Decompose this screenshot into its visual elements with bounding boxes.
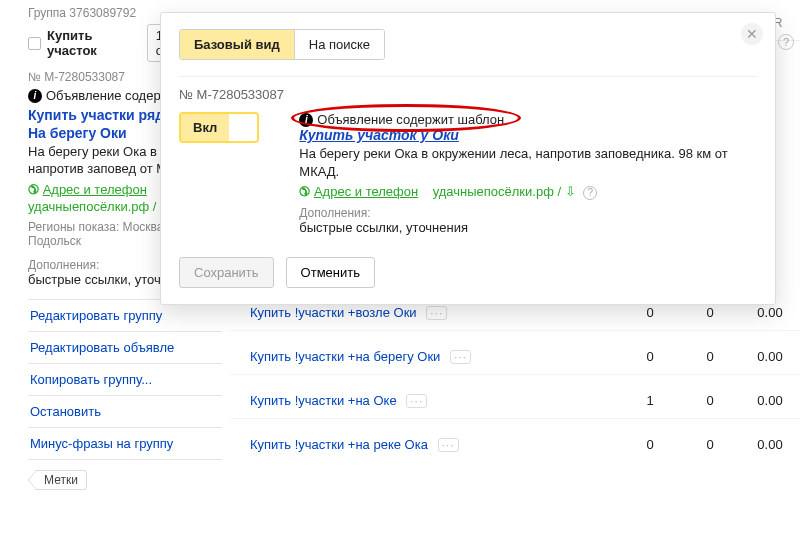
modal-ad-description: На берегу реки Ока в окружении леса, нап… (299, 145, 757, 180)
cell-impressions: 0 (620, 349, 680, 364)
status-toggle[interactable]: Вкл (179, 112, 259, 143)
cell-impressions: 0 (620, 437, 680, 452)
save-button: Сохранить (179, 257, 274, 288)
keyword-menu-icon[interactable]: ··· (406, 394, 427, 408)
group-checkbox[interactable] (28, 37, 41, 50)
toggle-off-slot (229, 114, 257, 141)
cell-impressions: 1 (620, 393, 680, 408)
edit-ad-link[interactable]: Редактировать объявле (28, 332, 222, 364)
template-warning: Объявление содерж (46, 88, 169, 103)
modal-ad-headline[interactable]: Купить участок у Оки (299, 127, 757, 143)
cell-clicks: 0 (680, 305, 740, 320)
tree-icon: ⇩ (565, 184, 576, 199)
display-domain: удачныепосёлки.рф (28, 199, 149, 214)
help-icon[interactable]: ? (583, 186, 597, 200)
phone-icon: ✆ (299, 184, 310, 199)
toggle-on-label: Вкл (181, 114, 229, 141)
close-icon[interactable]: ✕ (741, 23, 763, 45)
modal-vcard-link[interactable]: Адрес и телефон (314, 184, 418, 199)
info-icon: i (299, 113, 313, 127)
info-icon: i (28, 89, 42, 103)
phone-icon: ✆ (28, 182, 39, 197)
keyword-menu-icon[interactable]: ··· (426, 306, 447, 320)
tags-pill[interactable]: Метки (28, 470, 222, 490)
tab-search-view[interactable]: На поиске (294, 30, 384, 59)
copy-group-link[interactable]: Копировать группу... (28, 364, 222, 396)
keyword-menu-icon[interactable]: ··· (438, 438, 459, 452)
cell-ctr: 0.00 (740, 393, 800, 408)
table-row: Купить !участки +на реке Ока ··· 0 0 0.0… (230, 419, 800, 462)
keyword-link[interactable]: Купить !участки +на Оке (250, 393, 397, 408)
cell-clicks: 0 (680, 393, 740, 408)
tags-label: Метки (36, 470, 87, 490)
modal-extensions-label: Дополнения: (299, 206, 757, 220)
help-icon[interactable]: ? (778, 34, 794, 50)
cell-clicks: 0 (680, 349, 740, 364)
table-row: Купить !участки +на Оке ··· 1 0 0.00 (230, 375, 800, 419)
vcard-link[interactable]: Адрес и телефон (43, 182, 147, 197)
cell-ctr: 0.00 (740, 305, 800, 320)
cell-ctr: 0.00 (740, 349, 800, 364)
cancel-button[interactable]: Отменить (286, 257, 375, 288)
keyword-link[interactable]: Купить !участки +на реке Ока (250, 437, 428, 452)
divider (179, 76, 757, 77)
minus-words-link[interactable]: Минус-фразы на группу (28, 428, 222, 460)
keyword-menu-icon[interactable]: ··· (450, 350, 471, 364)
view-tabs: Базовый вид На поиске (179, 29, 385, 60)
keyword-link[interactable]: Купить !участки +на берегу Оки (250, 349, 440, 364)
modal-ad-number: № M-7280533087 (179, 87, 757, 102)
table-row: Купить !участки +на берегу Оки ··· 0 0 0… (230, 331, 800, 375)
stop-link[interactable]: Остановить (28, 396, 222, 428)
keyword-link[interactable]: Купить !участки +возле Оки (250, 305, 417, 320)
ad-editor-modal: ✕ Базовый вид На поиске № M-7280533087 В… (160, 12, 776, 305)
tab-basic-view[interactable]: Базовый вид (180, 30, 294, 59)
slash: / (153, 199, 160, 214)
modal-display-domain: удачныепосёлки.рф (433, 184, 554, 199)
cell-impressions: 0 (620, 305, 680, 320)
cell-ctr: 0.00 (740, 437, 800, 452)
group-name: Купить участок (47, 28, 135, 58)
modal-template-warning: Объявление содержит шаблон (317, 112, 504, 127)
modal-extensions-value: быстрые ссылки, уточнения (299, 220, 757, 235)
cell-clicks: 0 (680, 437, 740, 452)
